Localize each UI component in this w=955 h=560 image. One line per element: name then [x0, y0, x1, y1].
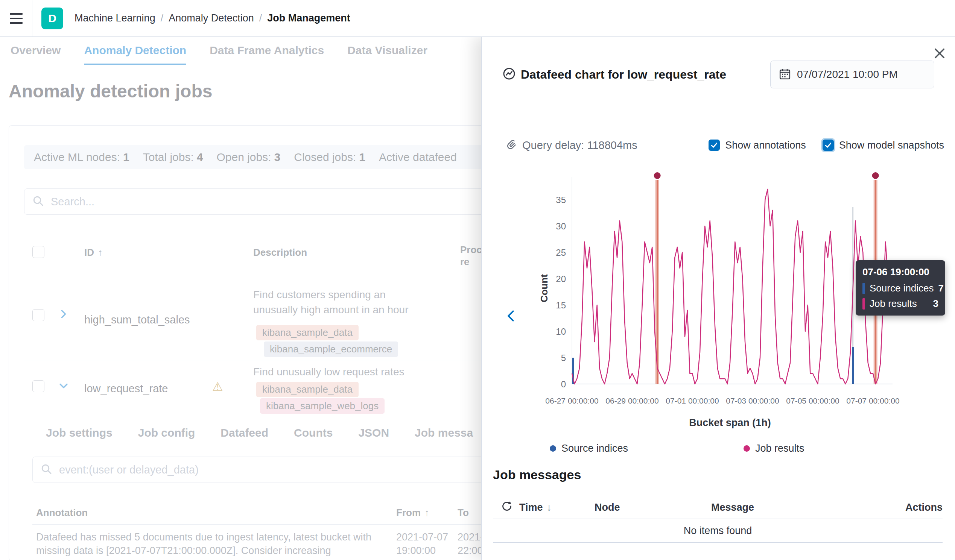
- datafeed-chart-plot[interactable]: 0510152025303506-27 00:00:0006-29 00:00:…: [542, 170, 903, 433]
- breadcrumb-anomaly-detection[interactable]: Anomaly Detection: [169, 13, 254, 24]
- svg-text:30: 30: [556, 221, 566, 231]
- column-time[interactable]: Time↓: [519, 502, 595, 513]
- column-actions: Actions: [894, 502, 942, 513]
- chart-tooltip: 07-06 19:00:00 Source indices 7 Job resu…: [856, 260, 945, 316]
- sort-desc-icon: ↓: [547, 502, 552, 513]
- kibana-ml-screen: D Machine Learning / Anomaly Detection /…: [0, 0, 955, 560]
- job-messages-table: Time↓ Node Message Actions No items foun…: [493, 496, 942, 543]
- calendar-icon: [779, 68, 791, 81]
- svg-text:0: 0: [561, 379, 566, 389]
- job-messages-title: Job messages: [493, 468, 581, 482]
- breadcrumb-separator-icon: /: [259, 13, 262, 24]
- checkbox-label: Show model snapshots: [839, 139, 944, 151]
- app-header: D Machine Learning / Anomaly Detection /…: [0, 0, 955, 37]
- svg-text:06-27 00:00:00: 06-27 00:00:00: [545, 396, 598, 405]
- query-delay-text: Query delay: 118804ms: [522, 139, 637, 152]
- breadcrumb-job-management: Job Management: [267, 13, 350, 24]
- chevron-left-icon[interactable]: [504, 308, 520, 325]
- menu-toggle-button[interactable]: [0, 0, 32, 36]
- refresh-icon[interactable]: [501, 501, 519, 515]
- query-delay-row: Query delay: 118804ms Show annotations S…: [506, 133, 944, 157]
- datafeed-chart-icon: [503, 67, 515, 81]
- svg-text:07-01 00:00:00: 07-01 00:00:00: [665, 396, 719, 405]
- divider: [482, 118, 955, 118]
- tooltip-row: Source indices 7: [863, 282, 938, 294]
- paperclip-icon: [506, 139, 517, 152]
- job-messages-table-header: Time↓ Node Message Actions: [493, 496, 942, 519]
- chart-svg: 0510152025303506-27 00:00:0006-29 00:00:…: [542, 170, 903, 433]
- space-avatar[interactable]: D: [41, 8, 63, 29]
- breadcrumb: Machine Learning / Anomaly Detection / J…: [75, 13, 350, 24]
- hamburger-icon: [10, 13, 23, 15]
- flyout-header: Datafeed chart for low_request_rate 07/0…: [503, 58, 934, 91]
- checkbox-label: Show annotations: [725, 139, 806, 151]
- tooltip-row: Job results 3: [863, 298, 938, 310]
- column-node: Node: [595, 502, 711, 513]
- svg-text:35: 35: [556, 195, 566, 205]
- show-annotations-checkbox[interactable]: Show annotations: [709, 139, 806, 151]
- svg-text:07-05 00:00:00: 07-05 00:00:00: [786, 396, 839, 405]
- date-picker[interactable]: 07/07/2021 10:00 PM: [770, 61, 934, 88]
- svg-text:07-07 00:00:00: 07-07 00:00:00: [846, 396, 899, 405]
- series-color-bar: [863, 298, 865, 310]
- svg-text:15: 15: [556, 300, 566, 310]
- legend-dot-icon: [744, 445, 750, 452]
- legend-source-indices[interactable]: Source indices: [550, 443, 628, 454]
- datafeed-chart-flyout: Datafeed chart for low_request_rate 07/0…: [481, 36, 955, 560]
- chart-legend: Source indices Job results: [482, 443, 955, 458]
- svg-text:25: 25: [556, 247, 566, 258]
- checkbox-checked-icon: [822, 139, 834, 151]
- breadcrumb-machine-learning[interactable]: Machine Learning: [75, 13, 155, 24]
- svg-text:10: 10: [556, 327, 566, 336]
- empty-table-message: No items found: [493, 519, 942, 543]
- legend-dot-icon: [550, 445, 556, 452]
- date-picker-value: 07/07/2021 10:00 PM: [797, 69, 898, 80]
- svg-text:5: 5: [561, 353, 566, 363]
- svg-text:07-03 00:00:00: 07-03 00:00:00: [726, 396, 779, 405]
- show-model-snapshots-checkbox[interactable]: Show model snapshots: [822, 139, 944, 151]
- column-message: Message: [711, 502, 894, 513]
- legend-job-results[interactable]: Job results: [744, 443, 805, 454]
- svg-text:20: 20: [556, 274, 566, 284]
- tooltip-title: 07-06 19:00:00: [863, 266, 938, 278]
- checkbox-checked-icon: [709, 139, 720, 151]
- svg-text:Bucket span (1h): Bucket span (1h): [689, 417, 771, 429]
- svg-text:06-29 00:00:00: 06-29 00:00:00: [606, 396, 659, 405]
- series-color-bar: [863, 283, 865, 294]
- breadcrumb-separator-icon: /: [161, 13, 164, 24]
- flyout-title: Datafeed chart for low_request_rate: [521, 68, 726, 81]
